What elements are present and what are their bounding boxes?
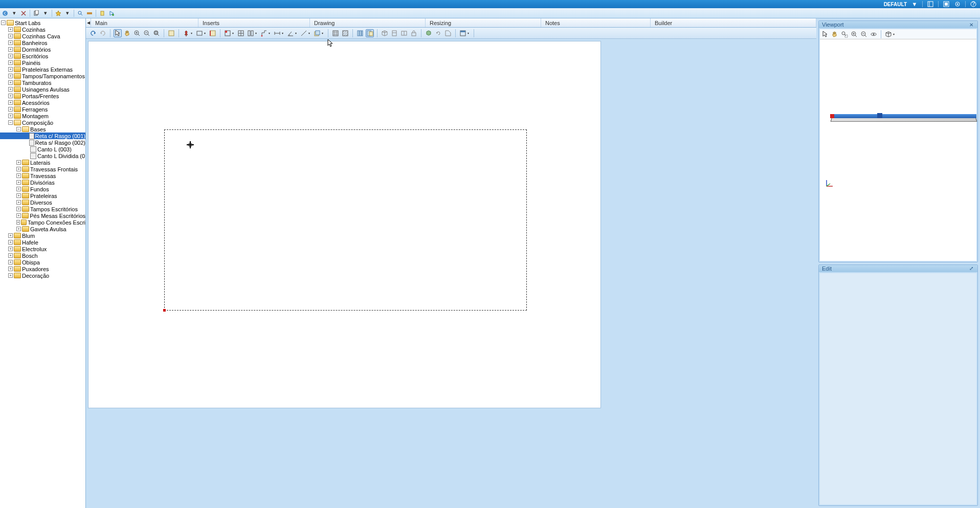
zoom-extents-icon[interactable] [152, 29, 161, 37]
tree-item[interactable]: +Laterais [0, 159, 85, 166]
titlebar-gear-icon[interactable] [954, 1, 961, 8]
expand-icon[interactable]: + [16, 220, 20, 225]
close-icon[interactable] [19, 9, 28, 17]
dropdown-icon[interactable]: ▾ [295, 31, 298, 35]
drawing-canvas[interactable] [88, 41, 601, 408]
tree-item-composicao[interactable]: −Composição [0, 119, 85, 126]
viewport-3d-canvas[interactable] [820, 39, 976, 191]
angle-icon[interactable] [286, 29, 295, 37]
tab-main[interactable]: Main [91, 18, 198, 27]
back-drop-icon[interactable]: ▾ [10, 9, 18, 17]
tag-icon[interactable] [444, 29, 452, 37]
panel-header[interactable]: Edit ⤢ [819, 265, 977, 272]
expand-icon[interactable]: + [8, 247, 13, 251]
dropdown-icon[interactable]: ▾ [308, 31, 311, 35]
tree-item[interactable]: +Prateleiras [0, 192, 85, 199]
grid-icon[interactable] [331, 29, 340, 37]
hatch-icon[interactable] [341, 29, 349, 37]
expand-icon[interactable]: + [8, 107, 13, 112]
dropdown-icon[interactable]: ▾ [204, 31, 207, 35]
expand-icon[interactable]: + [16, 167, 21, 171]
tree-leaf[interactable]: Canto L Dividida (0 [0, 152, 85, 159]
dropdown-icon[interactable]: ▾ [282, 31, 285, 35]
split-icon[interactable] [247, 29, 255, 37]
tree-item[interactable]: +Tampos/Tamponamentos [0, 73, 85, 79]
tree-item[interactable]: +Electrolux [0, 246, 85, 252]
star-drop-icon[interactable]: ▾ [63, 9, 72, 17]
tree-item[interactable]: +Cozinhas [0, 26, 85, 33]
tree-item-bases[interactable]: −Bases [0, 126, 85, 132]
pan-icon[interactable] [123, 29, 131, 37]
dropdown-icon[interactable]: ▾ [893, 32, 896, 36]
expand-icon[interactable]: + [8, 100, 13, 105]
canvas-area[interactable] [86, 39, 816, 508]
expand-icon[interactable]: + [16, 207, 21, 211]
expand-icon[interactable]: + [8, 114, 13, 118]
tree-item[interactable]: +Cozinhas Cava [0, 33, 85, 39]
redo-icon[interactable] [99, 29, 107, 37]
expand-icon[interactable]: + [8, 233, 13, 238]
tree-item[interactable]: +Acessórios [0, 99, 85, 106]
tree-item[interactable]: +Bosch [0, 252, 85, 259]
layers-group-icon[interactable] [313, 29, 321, 37]
rect-icon[interactable] [195, 29, 204, 37]
expand-icon[interactable]: + [16, 173, 21, 178]
tools-icon[interactable] [85, 9, 94, 17]
zoom-in-icon[interactable] [850, 30, 858, 38]
pin-icon[interactable] [182, 29, 190, 37]
library-tree[interactable]: − Start Labs +Cozinhas +Cozinhas Cava +B… [0, 18, 85, 280]
expand-icon[interactable]: + [8, 80, 13, 85]
dropdown-icon[interactable]: ▾ [191, 31, 194, 35]
close-icon[interactable]: ✕ [968, 21, 974, 28]
hex-icon[interactable] [425, 29, 433, 37]
dropdown-icon[interactable]: ▾ [232, 31, 235, 35]
tab-resizing[interactable]: Resizing [426, 18, 541, 27]
expand-icon[interactable]: + [8, 60, 13, 65]
tab-scroll-left-icon[interactable]: ◀ [86, 18, 91, 27]
tree-item[interactable]: +Banheiros [0, 39, 85, 46]
tree-item[interactable]: +Decoração [0, 272, 85, 279]
tab-inserts[interactable]: Inserts [198, 18, 310, 27]
tree-item[interactable]: +Ferragens [0, 106, 85, 113]
pointer-icon[interactable] [114, 29, 122, 37]
tab-notes[interactable]: Notes [541, 18, 651, 27]
expand-icon[interactable]: + [8, 34, 13, 38]
tree-item[interactable]: +Tampos Escritórios [0, 206, 85, 212]
collapse-icon[interactable]: − [16, 127, 21, 131]
expand-icon[interactable]: + [8, 240, 13, 245]
titlebar-dropdown-icon[interactable]: ▼ [911, 1, 918, 8]
expand-icon[interactable]: + [16, 187, 21, 191]
copy-icon[interactable] [32, 9, 40, 17]
zoom-out-icon[interactable] [143, 29, 151, 37]
tree-root[interactable]: − Start Labs [0, 19, 85, 26]
columns-icon[interactable] [356, 29, 364, 37]
viewport-handle-blue[interactable] [877, 113, 882, 118]
find-icon[interactable] [76, 9, 84, 17]
tree-item[interactable]: +Blum [0, 232, 85, 239]
tree-item[interactable]: +Hafele [0, 239, 85, 246]
zoom-in-icon[interactable] [133, 29, 141, 37]
expand-icon[interactable]: + [8, 27, 13, 32]
tree-item[interactable]: +Portas/Frentes [0, 93, 85, 99]
route-icon[interactable] [260, 29, 268, 37]
tree-item[interactable]: +Travessas Frontais [0, 166, 85, 172]
star-icon[interactable] [54, 9, 62, 17]
expand-icon[interactable]: + [8, 273, 13, 278]
back-icon[interactable] [1, 9, 9, 17]
drawing-part-outline[interactable] [164, 129, 527, 311]
tree-item[interactable]: +Escritórios [0, 53, 85, 59]
dropdown-icon[interactable]: ▾ [255, 31, 258, 35]
lock-icon[interactable] [410, 29, 418, 37]
titlebar-app-icon[interactable] [943, 1, 950, 8]
table-icon[interactable] [237, 29, 245, 37]
box3-icon[interactable] [400, 29, 408, 37]
expand-icon[interactable]: + [8, 267, 13, 271]
tree-item[interactable]: +Prateleiras Externas [0, 66, 85, 73]
collapse-icon[interactable]: − [8, 120, 13, 125]
orbit-icon[interactable] [870, 30, 878, 38]
tree-item[interactable]: +Fundos [0, 186, 85, 192]
tree-item[interactable]: +Diversos [0, 199, 85, 206]
viewport-part-face[interactable] [831, 114, 976, 118]
expand-icon[interactable]: + [16, 180, 21, 185]
tab-drawing[interactable]: Drawing [310, 18, 426, 27]
